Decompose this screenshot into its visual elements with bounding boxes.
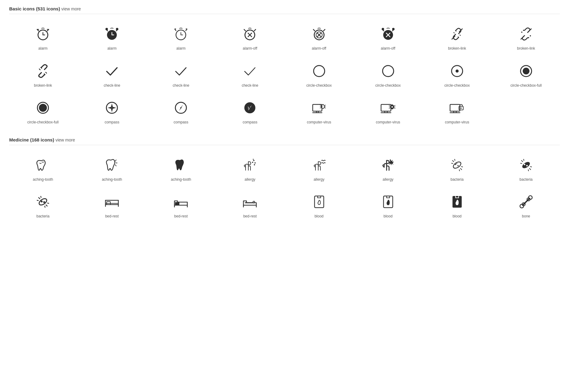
icon-alarm-1[interactable]: alarm — [9, 20, 77, 54]
icon-broken-link-1[interactable]: broken-link — [423, 20, 491, 54]
alarm-1-icon — [34, 25, 52, 43]
icon-check-line-2[interactable]: check-line — [147, 57, 215, 91]
icon-broken-link-3-label: broken-link — [34, 83, 52, 88]
broken-link-1-icon — [448, 25, 466, 43]
icon-bed-rest-1-label: bed-rest — [105, 214, 119, 219]
svg-point-12 — [523, 30, 524, 31]
svg-point-37 — [253, 160, 254, 161]
svg-point-35 — [460, 107, 462, 109]
broken-link-2-icon — [517, 25, 535, 43]
icon-computer-virus-1[interactable]: computer-virus — [285, 94, 353, 128]
svg-point-14 — [530, 35, 531, 36]
icon-aching-tooth-2-label: aching-tooth — [102, 177, 122, 182]
icon-broken-link-3[interactable]: broken-link — [9, 57, 77, 91]
check-line-1-icon — [103, 62, 121, 80]
icon-allergy-2-label: allergy — [314, 177, 324, 182]
svg-rect-52 — [175, 202, 179, 205]
allergy-3-icon — [379, 156, 397, 174]
medicine-view-more-link[interactable]: view more — [55, 138, 75, 142]
icon-bone-1[interactable]: bone — [492, 188, 560, 222]
svg-rect-33 — [450, 104, 460, 111]
blood-2-icon — [379, 193, 397, 211]
alarm-off-1-icon — [241, 25, 259, 43]
broken-link-3-icon — [34, 62, 52, 80]
icon-alarm-off-3[interactable]: alarm-off — [354, 20, 422, 54]
icon-circle-checkbox-3[interactable]: circle-checkbox — [423, 57, 491, 91]
circle-checkbox-3-icon — [448, 62, 466, 80]
icon-bed-rest-1[interactable]: bed-rest — [78, 188, 146, 222]
svg-point-53 — [253, 201, 255, 203]
svg-point-50 — [43, 201, 45, 203]
icon-bed-rest-2[interactable]: bed-rest — [147, 188, 215, 222]
alarm-off-2-icon — [310, 25, 328, 43]
svg-point-44 — [456, 163, 457, 164]
icon-compass-2[interactable]: compass — [147, 94, 215, 128]
icon-circle-checkbox-full-2-label: circle-checkbox-full — [27, 120, 59, 125]
icon-blood-1[interactable]: blood — [285, 188, 353, 222]
icon-check-line-3[interactable]: check-line — [216, 57, 284, 91]
icon-circle-checkbox-1[interactable]: circle-checkbox — [285, 57, 353, 91]
icon-bed-rest-3[interactable]: bed-rest — [216, 188, 284, 222]
icon-compass-1[interactable]: compass — [78, 94, 146, 128]
svg-point-13 — [528, 37, 529, 38]
icon-bacteria-1-label: bacteria — [450, 177, 464, 182]
alarm-3-icon — [172, 25, 190, 43]
icon-bacteria-3[interactable]: bacteria — [9, 188, 77, 222]
icon-computer-virus-3-label: computer-virus — [445, 120, 469, 125]
svg-point-47 — [526, 165, 528, 166]
icon-aching-tooth-1[interactable]: aching-tooth — [9, 151, 77, 185]
icon-bed-rest-3-label: bed-rest — [243, 214, 257, 219]
aching-tooth-2-icon — [103, 156, 121, 174]
icon-check-line-3-label: check-line — [242, 83, 258, 88]
icon-circle-checkbox-2[interactable]: circle-checkbox — [354, 57, 422, 91]
icon-aching-tooth-3[interactable]: aching-tooth — [147, 151, 215, 185]
icon-circle-checkbox-1-label: circle-checkbox — [306, 83, 332, 88]
icon-circle-checkbox-full-1-label: circle-checkbox-full — [510, 83, 542, 88]
icon-blood-3[interactable]: blood — [423, 188, 491, 222]
icon-aching-tooth-2[interactable]: aching-tooth — [78, 151, 146, 185]
icon-aching-tooth-1-label: aching-tooth — [33, 177, 53, 182]
icon-computer-virus-3[interactable]: computer-virus — [423, 94, 491, 128]
icon-alarm-2-label: alarm — [107, 46, 116, 51]
icon-blood-2[interactable]: blood — [354, 188, 422, 222]
icon-bacteria-1[interactable]: bacteria — [423, 151, 491, 185]
medicine-header: Medicine (168 icons) view more — [9, 137, 560, 145]
icon-bacteria-2[interactable]: bacteria — [492, 151, 560, 185]
icon-bacteria-2-label: bacteria — [520, 177, 533, 182]
icon-circle-checkbox-full-1[interactable]: circle-checkbox-full — [492, 57, 560, 91]
icon-alarm-off-2[interactable]: alarm-off — [285, 20, 353, 54]
icon-circle-checkbox-2-label: circle-checkbox — [375, 83, 401, 88]
icon-allergy-2[interactable]: allergy — [285, 151, 353, 185]
icon-allergy-1[interactable]: allergy — [216, 151, 284, 185]
svg-point-16 — [383, 66, 394, 77]
icon-allergy-3-label: allergy — [383, 177, 393, 182]
basic-icons-header: Basic icons (531 icons) view more — [9, 6, 560, 14]
svg-point-49 — [41, 201, 43, 202]
check-line-2-icon — [172, 62, 190, 80]
aching-tooth-3-icon — [172, 156, 190, 174]
icon-allergy-1-label: allergy — [245, 177, 255, 182]
icon-alarm-off-1[interactable]: alarm-off — [216, 20, 284, 54]
icon-computer-virus-2[interactable]: computer-virus — [354, 94, 422, 128]
icon-circle-checkbox-full-2[interactable]: circle-checkbox-full — [9, 94, 77, 128]
svg-point-42 — [455, 164, 456, 165]
icon-bacteria-3-label: bacteria — [36, 214, 50, 219]
icon-broken-link-2[interactable]: broken-link — [492, 20, 560, 54]
icon-check-line-1[interactable]: check-line — [78, 57, 146, 91]
icon-alarm-2[interactable]: alarm — [78, 20, 146, 54]
icon-broken-link-2-label: broken-link — [517, 46, 535, 51]
svg-point-11 — [521, 32, 522, 33]
medicine-icons-grid: aching-tooth aching-tooth — [9, 151, 560, 222]
icon-alarm-3[interactable]: alarm — [147, 20, 215, 54]
computer-virus-3-icon — [448, 99, 466, 117]
circle-checkbox-2-icon — [379, 62, 397, 80]
basic-view-more-link[interactable]: view more — [61, 6, 81, 11]
icon-compass-3-label: compass — [242, 120, 257, 125]
icon-compass-3[interactable]: compass — [216, 94, 284, 128]
bacteria-3-icon — [34, 193, 52, 211]
svg-point-43 — [457, 165, 459, 166]
medicine-section: Medicine (168 icons) view more aching-to… — [9, 137, 560, 222]
icon-allergy-3[interactable]: allergy — [354, 151, 422, 185]
svg-point-22 — [39, 104, 47, 112]
svg-point-38 — [254, 162, 256, 164]
